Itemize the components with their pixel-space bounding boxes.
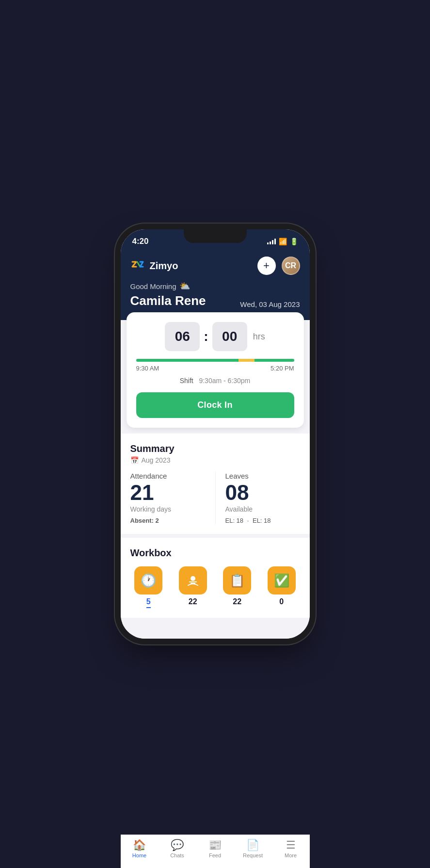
logo-area: Zimyo: [130, 258, 178, 273]
workbox-count-1: 22: [189, 597, 197, 606]
svg-rect-2: [189, 581, 197, 582]
wifi-icon: 📶: [279, 238, 287, 245]
leaves-detail: EL: 18 · EL: 18: [225, 517, 300, 524]
workbox-item-2[interactable]: 📋 22: [219, 566, 256, 608]
svg-point-1: [191, 576, 195, 581]
workbox-title: Workbox: [130, 547, 300, 559]
progress-yellow: [239, 359, 255, 362]
calendar-icon: 📅: [130, 456, 139, 464]
timer-colon: :: [204, 329, 208, 344]
workbox-icon-3: ✅: [268, 566, 296, 595]
summary-period: 📅 Aug 2023: [130, 456, 300, 464]
shift-time: 9:30am - 6:30pm: [199, 377, 250, 385]
timer-hours: 06: [165, 322, 200, 351]
attendance-number: 21: [130, 482, 206, 503]
leaves-number: 08: [225, 482, 300, 503]
app-header: Zimyo + CR Good Morning ⛅ Camila Rene: [121, 251, 310, 320]
phone-frame: 4:20 📶 🔋: [121, 229, 310, 639]
workbox-count-0: 5: [146, 597, 151, 608]
workbox-icon-2: 📋: [223, 566, 251, 595]
clock-in-button[interactable]: Clock In: [136, 392, 294, 418]
workbox-icon-1: [179, 566, 207, 595]
leaves-col: Leaves 08 Available EL: 18 · EL: 18: [215, 472, 300, 524]
summary-title: Summary: [130, 443, 300, 454]
summary-grid: Attendance 21 Working days Absent: 2 Lea…: [130, 472, 300, 524]
header-top: Zimyo + CR: [130, 257, 300, 275]
user-name: Camila Rene: [130, 293, 206, 308]
workbox-count-3: 0: [279, 597, 284, 606]
zimyo-logo-icon: [130, 258, 146, 273]
avatar[interactable]: CR: [282, 257, 300, 275]
header-date-row: Good Morning ⛅ Camila Rene Wed, 03 Aug 2…: [130, 281, 300, 308]
progress-bar: 9:30 AM 5:20 PM: [136, 359, 294, 372]
add-button[interactable]: +: [257, 257, 276, 275]
greeting: Good Morning ⛅: [130, 281, 206, 291]
header-date: Wed, 03 Aug 2023: [240, 300, 300, 308]
notch: [184, 229, 247, 243]
workbox-icon-0: 🕐: [134, 566, 162, 595]
progress-green-left: [136, 359, 239, 362]
workbox-section: Workbox 🕐 5: [121, 538, 310, 618]
logo-text: Zimyo: [150, 260, 178, 272]
phone-screen: 4:20 📶 🔋: [121, 229, 310, 639]
progress-green-right: [255, 359, 294, 362]
attendance-col: Attendance 21 Working days Absent: 2: [130, 472, 215, 524]
timer-minutes: 00: [212, 322, 247, 351]
clock-card: 06 : 00 hrs 9:30 AM 5:20 PM: [127, 312, 304, 428]
main-content: 06 : 00 hrs 9:30 AM 5:20 PM: [121, 312, 310, 618]
workbox-grid: 🕐 5 22: [130, 566, 300, 608]
time-start: 9:30 AM: [136, 365, 159, 372]
shift-info: Shift 9:30am - 6:30pm: [136, 377, 294, 385]
workbox-count-2: 22: [233, 597, 241, 606]
workbox-item-1[interactable]: 22: [175, 566, 211, 608]
workbox-item-3[interactable]: ✅ 0: [263, 566, 300, 608]
absent-detail: Absent: 2: [130, 517, 206, 524]
time-labels: 9:30 AM 5:20 PM: [136, 365, 294, 372]
status-icons: 📶 🔋: [267, 238, 298, 245]
time-end: 5:20 PM: [271, 365, 294, 372]
summary-section: Summary 📅 Aug 2023 Attendance 21 Working…: [121, 434, 310, 534]
greeting-emoji: ⛅: [179, 281, 190, 291]
signal-icon: [267, 239, 276, 244]
timer-display: 06 : 00 hrs: [136, 322, 294, 351]
battery-icon: 🔋: [290, 238, 298, 245]
workbox-item-0[interactable]: 🕐 5: [130, 566, 167, 608]
header-actions: + CR: [257, 257, 300, 275]
timer-unit: hrs: [253, 332, 265, 342]
status-time: 4:20: [132, 237, 149, 246]
